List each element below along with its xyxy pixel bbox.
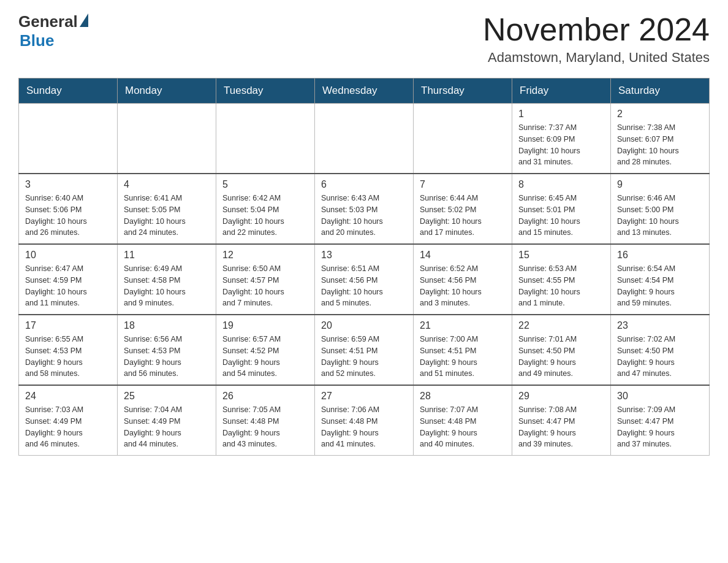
calendar-week-row: 17Sunrise: 6:55 AM Sunset: 4:53 PM Dayli… <box>19 315 710 385</box>
weekday-header-row: SundayMondayTuesdayWednesdayThursdayFrid… <box>19 79 710 104</box>
day-info: Sunrise: 6:40 AM Sunset: 5:06 PM Dayligh… <box>25 193 111 239</box>
day-info: Sunrise: 6:51 AM Sunset: 4:56 PM Dayligh… <box>321 263 407 309</box>
weekday-header-wednesday: Wednesday <box>315 79 414 104</box>
day-info: Sunrise: 7:07 AM Sunset: 4:48 PM Dayligh… <box>420 404 506 450</box>
day-number: 25 <box>124 391 210 402</box>
day-info: Sunrise: 6:52 AM Sunset: 4:56 PM Dayligh… <box>420 263 506 309</box>
page-header: General Blue November 2024 Adamstown, Ma… <box>18 12 710 66</box>
calendar-week-row: 1Sunrise: 7:37 AM Sunset: 6:09 PM Daylig… <box>19 104 710 174</box>
day-number: 16 <box>617 250 703 261</box>
day-number: 14 <box>420 250 506 261</box>
calendar-cell: 9Sunrise: 6:46 AM Sunset: 5:00 PM Daylig… <box>611 174 710 244</box>
calendar-cell: 3Sunrise: 6:40 AM Sunset: 5:06 PM Daylig… <box>19 174 118 244</box>
day-number: 10 <box>25 250 111 261</box>
calendar-cell: 29Sunrise: 7:08 AM Sunset: 4:47 PM Dayli… <box>512 385 611 456</box>
day-info: Sunrise: 6:55 AM Sunset: 4:53 PM Dayligh… <box>25 334 111 380</box>
day-number: 3 <box>25 179 111 190</box>
calendar-cell: 14Sunrise: 6:52 AM Sunset: 4:56 PM Dayli… <box>414 244 512 315</box>
day-info: Sunrise: 7:04 AM Sunset: 4:49 PM Dayligh… <box>124 404 210 450</box>
day-info: Sunrise: 6:44 AM Sunset: 5:02 PM Dayligh… <box>420 193 506 239</box>
day-number: 29 <box>518 391 604 402</box>
logo-blue-text: Blue <box>20 31 54 50</box>
day-number: 24 <box>25 391 111 402</box>
day-number: 28 <box>420 391 506 402</box>
calendar-cell: 19Sunrise: 6:57 AM Sunset: 4:52 PM Dayli… <box>216 315 315 385</box>
day-info: Sunrise: 6:56 AM Sunset: 4:53 PM Dayligh… <box>124 334 210 380</box>
day-number: 17 <box>25 320 111 331</box>
weekday-header-friday: Friday <box>512 79 611 104</box>
day-info: Sunrise: 7:38 AM Sunset: 6:07 PM Dayligh… <box>617 122 703 168</box>
calendar-cell: 11Sunrise: 6:49 AM Sunset: 4:58 PM Dayli… <box>118 244 216 315</box>
day-number: 20 <box>321 320 407 331</box>
logo-general-text: General <box>18 12 78 31</box>
day-info: Sunrise: 7:37 AM Sunset: 6:09 PM Dayligh… <box>518 122 604 168</box>
calendar-cell <box>216 104 315 174</box>
calendar-cell <box>118 104 216 174</box>
calendar-week-row: 24Sunrise: 7:03 AM Sunset: 4:49 PM Dayli… <box>19 385 710 456</box>
day-number: 22 <box>518 320 604 331</box>
calendar-cell: 18Sunrise: 6:56 AM Sunset: 4:53 PM Dayli… <box>118 315 216 385</box>
day-number: 6 <box>321 179 407 190</box>
day-info: Sunrise: 6:42 AM Sunset: 5:04 PM Dayligh… <box>222 193 308 239</box>
calendar-week-row: 10Sunrise: 6:47 AM Sunset: 4:59 PM Dayli… <box>19 244 710 315</box>
day-number: 26 <box>222 391 308 402</box>
day-number: 30 <box>617 391 703 402</box>
calendar-cell: 25Sunrise: 7:04 AM Sunset: 4:49 PM Dayli… <box>118 385 216 456</box>
calendar-cell <box>19 104 118 174</box>
day-info: Sunrise: 7:03 AM Sunset: 4:49 PM Dayligh… <box>25 404 111 450</box>
calendar-cell: 6Sunrise: 6:43 AM Sunset: 5:03 PM Daylig… <box>315 174 414 244</box>
day-info: Sunrise: 7:09 AM Sunset: 4:47 PM Dayligh… <box>617 404 703 450</box>
calendar-cell: 21Sunrise: 7:00 AM Sunset: 4:51 PM Dayli… <box>414 315 512 385</box>
calendar-cell: 23Sunrise: 7:02 AM Sunset: 4:50 PM Dayli… <box>611 315 710 385</box>
day-info: Sunrise: 6:54 AM Sunset: 4:54 PM Dayligh… <box>617 263 703 309</box>
day-number: 2 <box>617 109 703 120</box>
weekday-header-sunday: Sunday <box>19 79 118 104</box>
day-number: 18 <box>124 320 210 331</box>
calendar-cell: 30Sunrise: 7:09 AM Sunset: 4:47 PM Dayli… <box>611 385 710 456</box>
calendar-table: SundayMondayTuesdayWednesdayThursdayFrid… <box>18 78 710 456</box>
calendar-cell: 17Sunrise: 6:55 AM Sunset: 4:53 PM Dayli… <box>19 315 118 385</box>
day-info: Sunrise: 7:06 AM Sunset: 4:48 PM Dayligh… <box>321 404 407 450</box>
day-info: Sunrise: 6:46 AM Sunset: 5:00 PM Dayligh… <box>617 193 703 239</box>
day-number: 13 <box>321 250 407 261</box>
day-info: Sunrise: 7:00 AM Sunset: 4:51 PM Dayligh… <box>420 334 506 380</box>
day-number: 23 <box>617 320 703 331</box>
calendar-cell: 27Sunrise: 7:06 AM Sunset: 4:48 PM Dayli… <box>315 385 414 456</box>
calendar-cell: 20Sunrise: 6:59 AM Sunset: 4:51 PM Dayli… <box>315 315 414 385</box>
day-info: Sunrise: 6:59 AM Sunset: 4:51 PM Dayligh… <box>321 334 407 380</box>
day-number: 21 <box>420 320 506 331</box>
calendar-cell: 8Sunrise: 6:45 AM Sunset: 5:01 PM Daylig… <box>512 174 611 244</box>
calendar-cell: 1Sunrise: 7:37 AM Sunset: 6:09 PM Daylig… <box>512 104 611 174</box>
weekday-header-tuesday: Tuesday <box>216 79 315 104</box>
calendar-cell: 24Sunrise: 7:03 AM Sunset: 4:49 PM Dayli… <box>19 385 118 456</box>
day-number: 7 <box>420 179 506 190</box>
calendar-cell <box>315 104 414 174</box>
day-info: Sunrise: 6:53 AM Sunset: 4:55 PM Dayligh… <box>518 263 604 309</box>
day-info: Sunrise: 6:50 AM Sunset: 4:57 PM Dayligh… <box>222 263 308 309</box>
day-number: 15 <box>518 250 604 261</box>
day-info: Sunrise: 6:57 AM Sunset: 4:52 PM Dayligh… <box>222 334 308 380</box>
month-title: November 2024 <box>483 12 710 47</box>
location-subtitle: Adamstown, Maryland, United States <box>483 50 710 66</box>
day-info: Sunrise: 6:41 AM Sunset: 5:05 PM Dayligh… <box>124 193 210 239</box>
calendar-cell: 4Sunrise: 6:41 AM Sunset: 5:05 PM Daylig… <box>118 174 216 244</box>
day-number: 11 <box>124 250 210 261</box>
calendar-cell: 15Sunrise: 6:53 AM Sunset: 4:55 PM Dayli… <box>512 244 611 315</box>
day-info: Sunrise: 7:01 AM Sunset: 4:50 PM Dayligh… <box>518 334 604 380</box>
calendar-cell: 7Sunrise: 6:44 AM Sunset: 5:02 PM Daylig… <box>414 174 512 244</box>
calendar-cell: 12Sunrise: 6:50 AM Sunset: 4:57 PM Dayli… <box>216 244 315 315</box>
day-info: Sunrise: 7:02 AM Sunset: 4:50 PM Dayligh… <box>617 334 703 380</box>
day-number: 27 <box>321 391 407 402</box>
day-info: Sunrise: 7:05 AM Sunset: 4:48 PM Dayligh… <box>222 404 308 450</box>
calendar-cell: 22Sunrise: 7:01 AM Sunset: 4:50 PM Dayli… <box>512 315 611 385</box>
calendar-week-row: 3Sunrise: 6:40 AM Sunset: 5:06 PM Daylig… <box>19 174 710 244</box>
weekday-header-saturday: Saturday <box>611 79 710 104</box>
day-info: Sunrise: 6:45 AM Sunset: 5:01 PM Dayligh… <box>518 193 604 239</box>
day-number: 1 <box>518 109 604 120</box>
day-info: Sunrise: 6:43 AM Sunset: 5:03 PM Dayligh… <box>321 193 407 239</box>
day-number: 19 <box>222 320 308 331</box>
weekday-header-thursday: Thursday <box>414 79 512 104</box>
calendar-cell: 2Sunrise: 7:38 AM Sunset: 6:07 PM Daylig… <box>611 104 710 174</box>
day-info: Sunrise: 6:49 AM Sunset: 4:58 PM Dayligh… <box>124 263 210 309</box>
weekday-header-monday: Monday <box>118 79 216 104</box>
